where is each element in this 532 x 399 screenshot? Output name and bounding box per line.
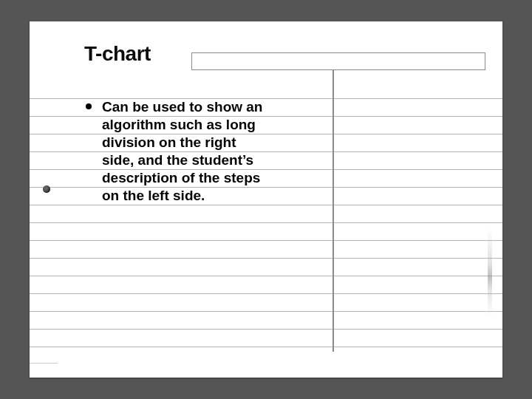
- bullet-text: Can be used to show an algorithm such as…: [102, 98, 265, 205]
- margin-line: [30, 363, 58, 364]
- t-chart-stem: [332, 70, 334, 352]
- binder-hole-icon: [43, 185, 50, 193]
- bullet-item: Can be used to show an algorithm such as…: [86, 98, 293, 205]
- slide-title: T-chart: [84, 42, 151, 66]
- projector-glare: [488, 228, 492, 317]
- bullet-list: Can be used to show an algorithm such as…: [86, 98, 293, 205]
- slide: T-chart Can be used to show an algorithm…: [30, 21, 502, 378]
- t-chart-top-bar: [191, 52, 485, 70]
- bullet-icon: [86, 103, 92, 109]
